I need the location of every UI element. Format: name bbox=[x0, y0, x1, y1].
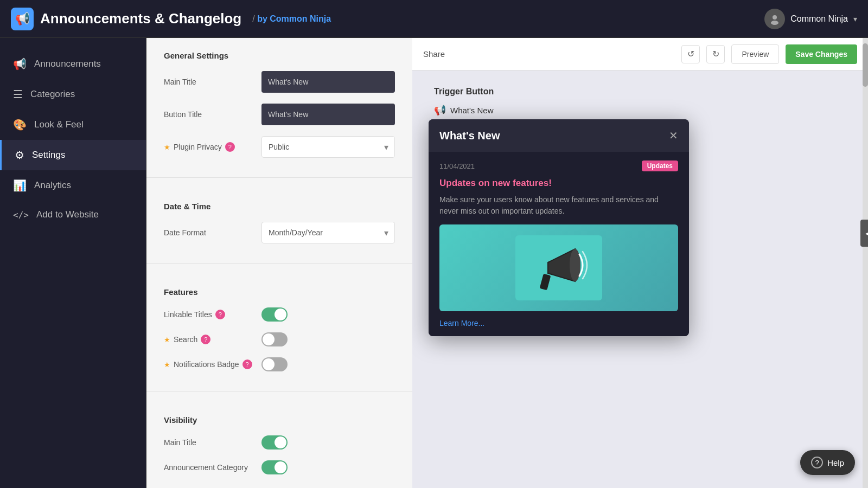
sidebar-item-add-to-website-label: Add to Website bbox=[36, 209, 99, 220]
popup-close-button[interactable]: ✕ bbox=[669, 129, 678, 142]
header-by: / by Common Ninja bbox=[252, 14, 331, 24]
date-format-select[interactable]: Month/Day/Year Day/Month/Year Year/Month… bbox=[261, 222, 395, 243]
settings-icon: ⚙ bbox=[15, 149, 24, 162]
popup-post-title: Updates on new features! bbox=[439, 178, 678, 189]
visibility-main-title-row: Main Title bbox=[164, 435, 395, 450]
collapse-panel-button[interactable]: ◀ bbox=[860, 220, 868, 247]
date-format-select-wrapper[interactable]: Month/Day/Year Day/Month/Year Year/Month… bbox=[261, 222, 395, 243]
button-title-input[interactable] bbox=[261, 104, 395, 125]
features-title: Features bbox=[164, 287, 395, 297]
popup-date: 11/04/2021 bbox=[439, 162, 475, 170]
general-settings-section: General Settings Main Title Button Title… bbox=[146, 38, 412, 173]
search-row: ★ Search ? bbox=[164, 332, 395, 346]
app-logo: 📢 Announcements & Changelog / by Common … bbox=[11, 8, 331, 30]
redo-icon: ↻ bbox=[712, 49, 719, 59]
trigger-icon: 📢 bbox=[434, 104, 446, 116]
preview-button[interactable]: Preview bbox=[731, 44, 779, 64]
header-right[interactable]: Common Ninja ▾ bbox=[764, 9, 857, 29]
megaphone-svg bbox=[515, 235, 602, 300]
linkable-titles-label: Linkable Titles ? bbox=[164, 310, 261, 319]
date-time-title: Date & Time bbox=[164, 202, 395, 211]
visibility-section: Visibility Main Title Announcement Categ… bbox=[146, 402, 412, 488]
toggle-knob bbox=[275, 309, 286, 320]
visibility-main-title-toggle[interactable] bbox=[261, 435, 288, 450]
chevron-down-icon[interactable]: ▾ bbox=[853, 15, 857, 23]
popup-header: What's New ✕ bbox=[429, 119, 689, 152]
undo-button[interactable]: ↺ bbox=[681, 45, 700, 63]
share-button[interactable]: Share bbox=[423, 49, 445, 59]
updates-badge: Updates bbox=[642, 160, 678, 171]
star-icon: ★ bbox=[164, 143, 170, 151]
user-avatar bbox=[764, 9, 785, 29]
privacy-help-badge[interactable]: ? bbox=[225, 142, 235, 152]
scrollbar-thumb[interactable] bbox=[863, 43, 868, 87]
notifications-badge-toggle[interactable] bbox=[261, 357, 288, 371]
main-title-row: Main Title bbox=[164, 71, 395, 93]
date-time-section: Date & Time Date Format Month/Day/Year D… bbox=[146, 189, 412, 259]
categories-icon: ☰ bbox=[13, 88, 23, 101]
general-settings-title: General Settings bbox=[164, 51, 395, 60]
preview-toolbar: Share ↺ ↻ Preview Save Changes bbox=[412, 38, 868, 70]
search-help-badge[interactable]: ? bbox=[201, 335, 210, 344]
main-title-label: Main Title bbox=[164, 78, 261, 86]
plugin-privacy-select[interactable]: Public Private bbox=[261, 136, 395, 158]
scrollbar-track bbox=[863, 38, 868, 488]
redo-button[interactable]: ↻ bbox=[706, 45, 725, 63]
add-to-website-icon: </> bbox=[13, 210, 29, 220]
help-label: Help bbox=[827, 458, 844, 467]
plugin-privacy-row: ★ Plugin Privacy ? Public Private ▾ bbox=[164, 136, 395, 158]
vis-cat-knob bbox=[275, 461, 286, 473]
linkable-titles-toggle[interactable] bbox=[261, 307, 288, 322]
sidebar-item-analytics[interactable]: 📊 Analytics bbox=[0, 170, 146, 201]
sidebar-item-announcements[interactable]: 📢 Announcements bbox=[0, 49, 146, 79]
visibility-main-title-label: Main Title bbox=[164, 438, 261, 447]
main-title-input[interactable] bbox=[261, 71, 395, 93]
app-title: Announcements & Changelog bbox=[40, 10, 241, 27]
sidebar-item-settings[interactable]: ⚙ Settings bbox=[0, 140, 146, 170]
top-header: 📢 Announcements & Changelog / by Common … bbox=[0, 0, 868, 38]
visibility-title: Visibility bbox=[164, 415, 395, 425]
svg-point-1 bbox=[771, 21, 778, 25]
analytics-icon: 📊 bbox=[13, 179, 27, 192]
popup-date-row: 11/04/2021 Updates bbox=[439, 160, 678, 171]
look-feel-icon: 🎨 bbox=[13, 118, 27, 131]
help-button[interactable]: ? Help bbox=[800, 450, 855, 475]
star-icon-notif: ★ bbox=[164, 361, 170, 369]
notifications-badge-row: ★ Notifications Badge ? bbox=[164, 357, 395, 371]
button-title-row: Button Title bbox=[164, 104, 395, 125]
announcements-icon: 📢 bbox=[13, 57, 27, 70]
sidebar-item-categories[interactable]: ☰ Categories bbox=[0, 79, 146, 110]
popup-learn-more[interactable]: Learn More... bbox=[439, 319, 678, 328]
linkable-help-badge[interactable]: ? bbox=[215, 310, 225, 319]
plugin-privacy-select-wrapper[interactable]: Public Private ▾ bbox=[261, 136, 395, 158]
notifications-badge-label: ★ Notifications Badge ? bbox=[164, 359, 261, 369]
main-layout: 📢 Announcements ☰ Categories 🎨 Look & Fe… bbox=[0, 38, 868, 488]
popup-overlay: What's New ✕ 11/04/2021 Updates Updates … bbox=[429, 119, 689, 336]
popup-post-body: Make sure your users know about new feat… bbox=[439, 194, 678, 217]
popup-image bbox=[439, 224, 678, 311]
trigger-section-title: Trigger Button bbox=[434, 87, 846, 97]
sidebar-item-look-feel-label: Look & Feel bbox=[34, 119, 84, 130]
undo-icon: ↺ bbox=[687, 49, 694, 59]
trigger-button-preview[interactable]: 📢 What's New bbox=[434, 104, 494, 116]
preview-content: Trigger Button 📢 What's New Feed What's … bbox=[412, 70, 868, 160]
preview-panel: Share ↺ ↻ Preview Save Changes Trigger B… bbox=[412, 38, 868, 488]
vis-main-knob bbox=[275, 436, 286, 448]
linkable-titles-row: Linkable Titles ? bbox=[164, 307, 395, 322]
save-changes-button[interactable]: Save Changes bbox=[786, 44, 857, 64]
sidebar-item-add-to-website[interactable]: </> Add to Website bbox=[0, 201, 146, 229]
search-toggle-knob bbox=[263, 333, 275, 345]
popup-body: 11/04/2021 Updates Updates on new featur… bbox=[429, 152, 689, 336]
user-name: Common Ninja bbox=[790, 14, 848, 24]
search-toggle[interactable] bbox=[261, 332, 288, 346]
notifications-help-badge[interactable]: ? bbox=[242, 359, 252, 369]
visibility-announcement-category-toggle[interactable] bbox=[261, 460, 288, 474]
help-circle-icon: ? bbox=[811, 457, 823, 468]
button-title-label: Button Title bbox=[164, 110, 261, 119]
visibility-announcement-category-row: Announcement Category bbox=[164, 460, 395, 474]
trigger-label: What's New bbox=[450, 106, 494, 115]
sidebar-item-analytics-label: Analytics bbox=[34, 180, 71, 191]
sidebar-item-look-feel[interactable]: 🎨 Look & Feel bbox=[0, 110, 146, 140]
visibility-announcement-category-label: Announcement Category bbox=[164, 463, 261, 472]
date-format-row: Date Format Month/Day/Year Day/Month/Yea… bbox=[164, 222, 395, 243]
